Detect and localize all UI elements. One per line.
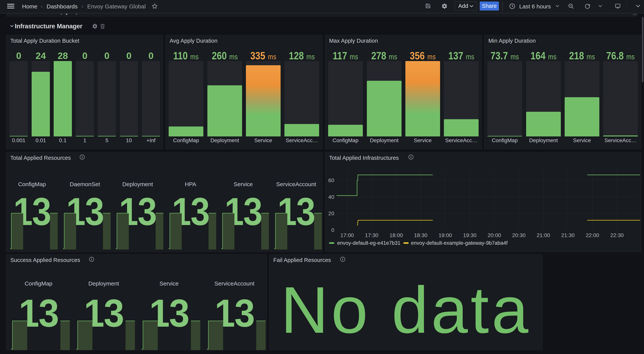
svg-text:20:00: 20:00 [488, 232, 501, 238]
svg-text:18:00: 18:00 [390, 232, 403, 238]
svg-text:0: 0 [331, 227, 334, 233]
svg-text:19:00: 19:00 [438, 232, 452, 238]
svg-text:17:00: 17:00 [340, 232, 354, 238]
svg-text:60: 60 [328, 177, 334, 183]
svg-text:20:30: 20:30 [512, 232, 526, 238]
svg-text:18:30: 18:30 [414, 232, 428, 238]
svg-text:22:30: 22:30 [610, 232, 624, 238]
svg-text:20: 20 [328, 210, 334, 216]
svg-text:17:30: 17:30 [365, 232, 378, 238]
svg-text:21:30: 21:30 [561, 232, 574, 238]
svg-text:22:00: 22:00 [586, 232, 599, 238]
svg-text:19:30: 19:30 [463, 232, 476, 238]
svg-text:21:00: 21:00 [537, 232, 550, 238]
svg-text:40: 40 [328, 194, 334, 200]
